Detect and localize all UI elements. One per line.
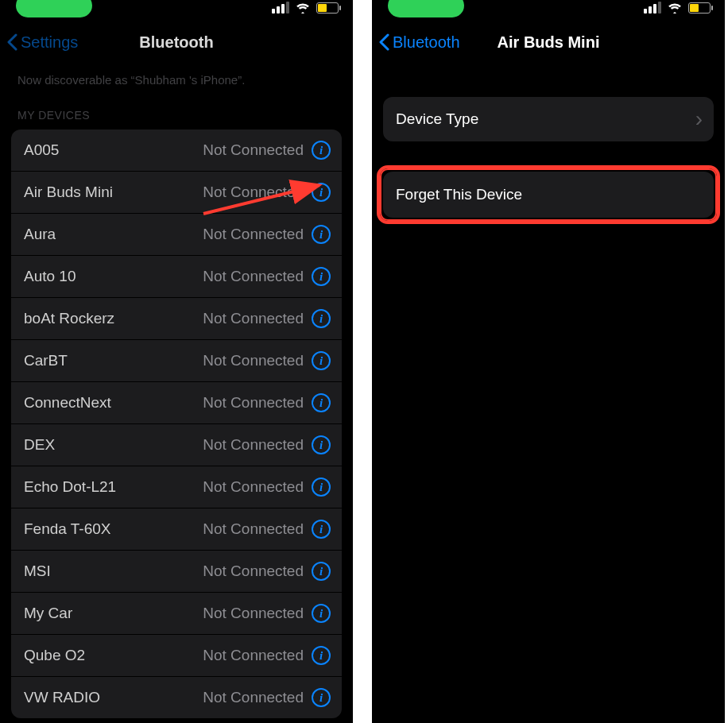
device-status: Not Connected bbox=[203, 436, 304, 454]
device-status: Not Connected bbox=[203, 184, 304, 201]
device-row[interactable]: CarBTNot Connectedi bbox=[11, 340, 342, 382]
device-name: DEX bbox=[24, 436, 203, 454]
device-type-group: Device Type › bbox=[383, 97, 714, 141]
section-header-my-devices: MY DEVICES bbox=[0, 91, 353, 130]
info-icon[interactable]: i bbox=[312, 520, 331, 539]
chevron-left-icon bbox=[6, 33, 17, 51]
info-icon[interactable]: i bbox=[312, 562, 331, 581]
status-right-icons bbox=[644, 2, 711, 14]
device-status: Not Connected bbox=[203, 352, 304, 369]
back-label: Bluetooth bbox=[393, 33, 460, 52]
call-pill-indicator bbox=[16, 0, 92, 17]
device-status: Not Connected bbox=[203, 605, 304, 622]
info-icon[interactable]: i bbox=[312, 688, 331, 707]
device-status: Not Connected bbox=[203, 394, 304, 412]
nav-bar: Bluetooth Air Buds Mini bbox=[372, 22, 725, 62]
forget-device-button[interactable]: Forget This Device bbox=[383, 172, 714, 218]
forget-device-label: Forget This Device bbox=[396, 186, 701, 203]
device-row[interactable]: VW RADIONot Connectedi bbox=[11, 677, 342, 718]
device-row[interactable]: Auto 10Not Connectedi bbox=[11, 256, 342, 298]
info-icon[interactable]: i bbox=[312, 393, 331, 412]
info-icon[interactable]: i bbox=[312, 604, 331, 623]
info-icon[interactable]: i bbox=[312, 351, 331, 370]
device-status: Not Connected bbox=[203, 141, 304, 159]
chevron-left-icon bbox=[378, 33, 389, 51]
device-row[interactable]: My CarNot Connectedi bbox=[11, 593, 342, 635]
device-name: Air Buds Mini bbox=[24, 184, 203, 201]
device-name: Aura bbox=[24, 226, 203, 243]
device-row[interactable]: DEXNot Connectedi bbox=[11, 424, 342, 466]
device-status: Not Connected bbox=[203, 268, 304, 285]
wifi-icon bbox=[668, 2, 682, 14]
device-name: MSI bbox=[24, 563, 203, 580]
device-row[interactable]: Fenda T-60XNot Connectedi bbox=[11, 508, 342, 551]
cellular-signal-icon bbox=[644, 2, 661, 14]
device-name: My Car bbox=[24, 605, 203, 622]
device-row[interactable]: AuraNot Connectedi bbox=[11, 214, 342, 256]
forget-device-group: Forget This Device bbox=[383, 172, 714, 218]
info-icon[interactable]: i bbox=[312, 309, 331, 328]
info-icon[interactable]: i bbox=[312, 646, 331, 665]
status-bar bbox=[0, 0, 353, 22]
info-icon[interactable]: i bbox=[312, 225, 331, 244]
device-row[interactable]: A005Not Connectedi bbox=[11, 130, 342, 172]
battery-icon bbox=[688, 2, 711, 14]
wifi-icon bbox=[296, 2, 310, 14]
back-button[interactable]: Settings bbox=[0, 33, 78, 52]
status-right-icons bbox=[272, 2, 339, 14]
phone-left-bluetooth-list: Settings Bluetooth Now discoverable as “… bbox=[0, 0, 353, 723]
device-name: Auto 10 bbox=[24, 268, 203, 285]
info-icon[interactable]: i bbox=[312, 435, 331, 454]
nav-bar: Settings Bluetooth bbox=[0, 22, 353, 62]
device-row[interactable]: ConnectNextNot Connectedi bbox=[11, 382, 342, 424]
device-status: Not Connected bbox=[203, 310, 304, 327]
device-name: A005 bbox=[24, 141, 203, 159]
device-row[interactable]: Qube O2Not Connectedi bbox=[11, 635, 342, 677]
cellular-signal-icon bbox=[272, 2, 289, 14]
device-status: Not Connected bbox=[203, 520, 304, 538]
device-row[interactable]: boAt RockerzNot Connectedi bbox=[11, 298, 342, 340]
device-row[interactable]: MSINot Connectedi bbox=[11, 551, 342, 593]
info-icon[interactable]: i bbox=[312, 267, 331, 286]
device-status: Not Connected bbox=[203, 226, 304, 243]
battery-icon bbox=[316, 2, 339, 14]
device-name: VW RADIO bbox=[24, 689, 203, 706]
status-bar bbox=[372, 0, 725, 22]
device-row[interactable]: Echo Dot-L21Not Connectedi bbox=[11, 466, 342, 508]
device-name: Echo Dot-L21 bbox=[24, 478, 203, 496]
info-icon[interactable]: i bbox=[312, 183, 331, 202]
call-pill-indicator bbox=[388, 0, 464, 17]
phone-right-device-detail: Bluetooth Air Buds Mini Device Type › Fo… bbox=[372, 0, 725, 723]
device-status: Not Connected bbox=[203, 647, 304, 664]
device-name: CarBT bbox=[24, 352, 203, 369]
back-button[interactable]: Bluetooth bbox=[372, 33, 460, 52]
my-devices-list: A005Not ConnectediAir Buds MiniNot Conne… bbox=[11, 130, 342, 718]
device-type-row[interactable]: Device Type › bbox=[383, 97, 714, 141]
device-status: Not Connected bbox=[203, 563, 304, 580]
section-header-other-devices: OTHER DEVICES bbox=[0, 718, 353, 723]
info-icon[interactable]: i bbox=[312, 141, 331, 160]
device-name: Fenda T-60X bbox=[24, 520, 203, 538]
back-label: Settings bbox=[21, 33, 78, 52]
device-status: Not Connected bbox=[203, 478, 304, 496]
discoverable-text: Now discoverable as “Shubham 's iPhone”. bbox=[0, 62, 353, 91]
chevron-right-icon: › bbox=[695, 108, 703, 130]
device-name: Qube O2 bbox=[24, 647, 203, 664]
device-status: Not Connected bbox=[203, 689, 304, 706]
device-name: boAt Rockerz bbox=[24, 310, 203, 327]
device-row[interactable]: Air Buds MiniNot Connectedi bbox=[11, 172, 342, 214]
device-type-label: Device Type bbox=[396, 110, 695, 128]
device-name: ConnectNext bbox=[24, 394, 203, 412]
info-icon[interactable]: i bbox=[312, 477, 331, 497]
